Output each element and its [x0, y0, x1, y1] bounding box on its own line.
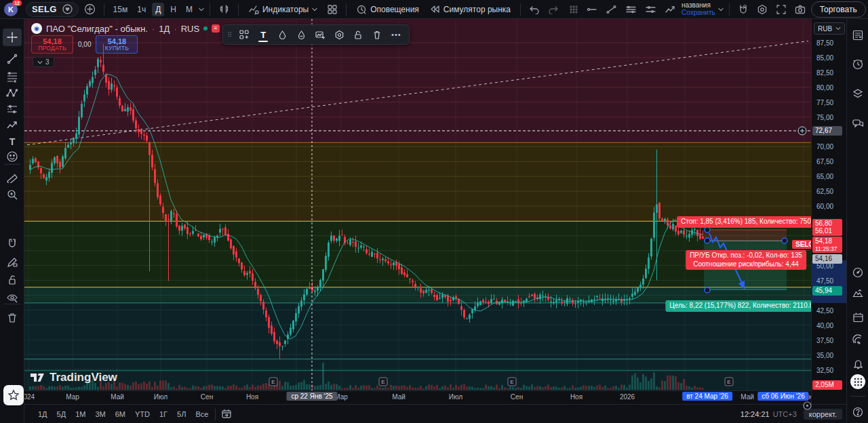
chat-icon[interactable]	[850, 115, 866, 132]
tool-settings-button[interactable]	[330, 26, 348, 43]
alerts-panel-icon[interactable]	[850, 56, 866, 73]
live-streams-icon[interactable]	[850, 332, 866, 348]
earnings-badge[interactable]: E	[508, 378, 516, 386]
replay-button[interactable]: Симулятор рынка	[426, 3, 515, 16]
apps-menu-button[interactable]	[850, 374, 865, 389]
drawing-mode-tool[interactable]	[3, 254, 22, 271]
entry-price: 54,16	[812, 254, 842, 264]
timeframe-1h[interactable]: 1ч	[134, 3, 149, 16]
layout-name: названия	[682, 2, 715, 9]
trade-button[interactable]: Торговать	[811, 1, 866, 18]
sell-button[interactable]: 54,18 ПРОДАТЬ	[31, 35, 73, 54]
timeframe-1w[interactable]: Н	[167, 3, 180, 16]
crosshair-tool[interactable]	[3, 28, 22, 46]
timeframe-1d[interactable]: Д	[152, 3, 164, 16]
user-avatar[interactable]: K 12	[4, 3, 18, 16]
range-5д[interactable]: 5Д	[53, 409, 71, 420]
recent-tool-horizontal-line-icon[interactable]	[583, 3, 600, 16]
measure-tool[interactable]	[3, 168, 22, 186]
delete-tool-button[interactable]	[368, 26, 386, 43]
zoom-in-tool[interactable]	[3, 186, 22, 203]
arrow-marker-tool[interactable]	[3, 117, 22, 134]
range-ytd[interactable]: YTD	[131, 409, 154, 420]
take-profit-label[interactable]: Цель: 8,22 (15,177%) 822, Количество: 21…	[665, 300, 811, 312]
recent-tool-parallel-lines-icon[interactable]	[623, 3, 639, 16]
recent-tool-zigzag-icon[interactable]	[662, 3, 679, 16]
earnings-badge[interactable]: E	[725, 378, 733, 386]
drag-handle-icon[interactable]: ⠿	[227, 31, 233, 39]
remove-drawings-tool[interactable]	[3, 309, 22, 327]
symbol-legend[interactable]: ◉ ПАО "Селигдар" - обыкн. · 1Д · RUS ≡ -…	[31, 23, 248, 34]
layout-grid-button[interactable]	[324, 2, 340, 17]
help-icon[interactable]	[850, 404, 866, 420]
more-options-button[interactable]: •••	[387, 26, 405, 43]
watchlist-icon[interactable]	[850, 27, 866, 43]
text-style-button[interactable]: T	[254, 26, 272, 43]
redo-button[interactable]	[545, 3, 561, 16]
range-все[interactable]: Все	[191, 409, 212, 420]
trend-line-tool[interactable]	[3, 50, 22, 68]
timeframe-1mo[interactable]: М	[182, 3, 196, 16]
fullscreen-icon[interactable]	[773, 2, 789, 17]
lock-tool-button[interactable]	[349, 26, 367, 43]
object-tree-icon[interactable]	[850, 85, 866, 102]
stroke-color-button[interactable]	[292, 26, 310, 43]
alerts-button[interactable]: Оповещения	[352, 2, 423, 17]
add-image-button[interactable]	[311, 26, 329, 43]
recent-tool-position-icon[interactable]	[642, 3, 659, 16]
time-axis[interactable]: 2024МарМайИюлСенНояМарМайИюлСенНоя2026Ма…	[24, 390, 811, 404]
layout-chevron-icon[interactable]	[718, 7, 724, 12]
template-button[interactable]	[235, 26, 253, 43]
range-1м[interactable]: 1М	[71, 409, 90, 420]
lock-drawings-tool[interactable]	[3, 271, 22, 289]
magnet-icon[interactable]	[735, 2, 751, 17]
axis-settings-icon[interactable]	[802, 401, 812, 411]
indicators-count: 3	[45, 58, 50, 66]
range-3м[interactable]: 3М	[91, 409, 109, 420]
timeframe-15m[interactable]: 15м	[110, 3, 132, 16]
buy-button[interactable]: 54,18 КУПИТЬ	[96, 35, 138, 54]
legend-separator: ·	[152, 24, 155, 34]
profit-loss-label[interactable]: ПР/УБ Откр. поз.: -0,02, Кол-во: 135 Соо…	[686, 250, 806, 270]
calendar-icon[interactable]	[850, 309, 866, 325]
chart-style-button[interactable]	[216, 1, 233, 17]
price-chart-canvas[interactable]: EEEE	[24, 19, 811, 390]
notifications-bell-icon[interactable]	[850, 355, 866, 371]
emoji-tool[interactable]	[3, 148, 22, 165]
earnings-badge[interactable]: E	[269, 378, 277, 386]
timeframe-dropdown-icon[interactable]	[199, 7, 204, 12]
settings-gear-icon[interactable]	[754, 2, 770, 17]
stop-loss-label[interactable]: Стоп: 1,85 (3,416%) 185, Количество: 750	[677, 216, 811, 228]
chart-area[interactable]: EEEE ◉ ПАО "Селигдар" - обыкн. · 1Д · RU…	[24, 19, 811, 390]
range-5л[interactable]: 5Л	[173, 409, 190, 420]
indicators-icon	[248, 4, 259, 15]
screener-gauge-icon[interactable]	[850, 264, 866, 281]
magnet-mode-tool[interactable]	[3, 235, 22, 252]
range-1д[interactable]: 1Д	[34, 409, 52, 420]
range-6м[interactable]: 6М	[111, 409, 130, 420]
layout-save-button[interactable]: названия Сохранить	[682, 2, 715, 16]
indicators-collapsed-toggle[interactable]: 3	[33, 57, 54, 67]
undo-button[interactable]	[526, 3, 542, 16]
price-tick: 62,50	[816, 188, 833, 195]
heart-add-icon[interactable]	[62, 4, 73, 14]
clock-timezone[interactable]: 12:24:21 UTC+3	[741, 410, 797, 418]
chevron-down-icon	[312, 7, 317, 12]
ideas-icon[interactable]	[850, 285, 866, 302]
indicators-button[interactable]: Индикаторы	[244, 2, 321, 17]
camera-snapshot-icon[interactable]	[792, 3, 808, 16]
earnings-badge[interactable]: E	[379, 378, 387, 386]
dots-grid-handle[interactable]	[567, 3, 580, 16]
fib-retracement-tool[interactable]	[3, 68, 22, 85]
range-1г[interactable]: 1Г	[155, 409, 172, 420]
fill-color-button[interactable]	[273, 26, 291, 43]
xabcd-pattern-tool[interactable]	[3, 84, 22, 102]
goto-date-button[interactable]	[218, 407, 235, 421]
currency-selector[interactable]: RUB	[814, 22, 845, 35]
price-axis[interactable]: RUB 87,5085,0082,5080,0077,5075,0070,006…	[811, 19, 846, 404]
add-symbol-button[interactable]	[81, 1, 98, 17]
symbol-search[interactable]: SELG	[26, 2, 79, 17]
recent-tool-trend-line-icon[interactable]	[603, 3, 620, 16]
long-short-position-tool[interactable]	[3, 100, 22, 118]
favorites-star-button[interactable]	[3, 385, 24, 405]
